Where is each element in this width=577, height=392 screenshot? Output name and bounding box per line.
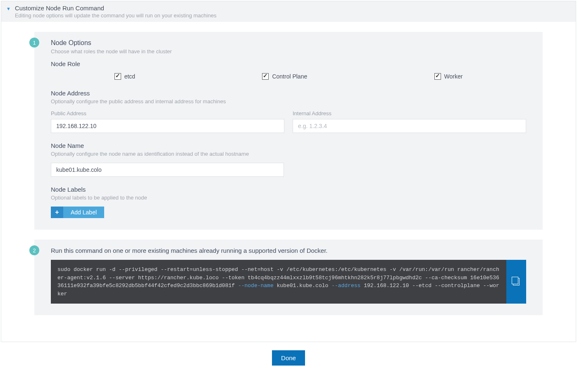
run-command-title: Run this command on one or more existing… — [51, 247, 526, 254]
command-box[interactable]: sudo docker run -d --privileged --restar… — [51, 260, 506, 304]
role-etcd[interactable]: etcd — [114, 73, 135, 80]
cmd-address-val: 192.168.122.10 — [360, 283, 412, 289]
node-address-subtitle: Optionally configure the public address … — [51, 98, 526, 105]
done-button[interactable]: Done — [272, 350, 305, 366]
copy-command-button[interactable] — [506, 260, 526, 304]
step-badge-2: 2 — [29, 245, 39, 255]
cmd-address-flag: --address — [331, 283, 360, 289]
command-wrap: sudo docker run -d --privileged --restar… — [51, 260, 526, 304]
node-labels-subtitle: Optional labels to be applied to the nod… — [51, 195, 526, 201]
cmd-nodename-val: kube01.kube.colo — [274, 283, 331, 289]
public-address-label: Public Address — [51, 110, 284, 116]
internal-address-input[interactable] — [293, 119, 526, 133]
role-etcd-label: etcd — [124, 73, 135, 80]
address-row: Public Address Internal Address — [51, 110, 526, 133]
role-control-plane[interactable]: Control Plane — [262, 73, 307, 80]
node-labels-title: Node Labels — [51, 186, 526, 193]
node-name-subtitle: Optionally configure the node name as id… — [51, 151, 526, 157]
customize-panel: ▼ Customize Node Run Command Editing nod… — [1, 1, 576, 342]
node-role-label: Node Role — [51, 60, 526, 67]
node-name-title: Node Name — [51, 142, 526, 149]
clipboard-icon — [513, 278, 520, 285]
node-options-title: Node Options — [51, 39, 526, 47]
plus-icon: + — [51, 207, 63, 218]
public-address-input[interactable] — [51, 119, 284, 133]
add-label-button[interactable]: + Add Label — [51, 207, 104, 218]
step-badge-1: 1 — [29, 38, 39, 48]
node-options-subtitle: Choose what roles the node will have in … — [51, 48, 526, 55]
step-run-command: 2 Run this command on one or more existi… — [34, 240, 543, 315]
step-node-options: 1 Node Options Choose what roles the nod… — [34, 32, 543, 230]
collapse-caret-icon[interactable]: ▼ — [6, 6, 11, 11]
checkbox-control-plane-icon[interactable] — [262, 73, 269, 80]
node-address-title: Node Address — [51, 90, 526, 97]
footer: Done — [0, 343, 577, 377]
cmd-nodename-flag: --node-name — [238, 283, 274, 289]
panel-title: Customize Node Run Command — [15, 5, 571, 12]
checkbox-etcd-icon[interactable] — [114, 73, 121, 80]
add-label-text: Add Label — [63, 207, 104, 218]
panel-header: ▼ Customize Node Run Command Editing nod… — [1, 1, 576, 22]
panel-subtitle: Editing node options will update the com… — [15, 12, 571, 19]
node-name-input[interactable] — [51, 163, 284, 177]
role-worker[interactable]: Worker — [434, 73, 463, 80]
role-control-plane-label: Control Plane — [272, 73, 307, 80]
internal-address-label: Internal Address — [293, 110, 526, 116]
panel-body: 1 Node Options Choose what roles the nod… — [1, 22, 576, 342]
checkbox-worker-icon[interactable] — [434, 73, 441, 80]
role-worker-label: Worker — [444, 73, 463, 80]
node-role-row: etcd Control Plane Worker — [51, 69, 526, 90]
